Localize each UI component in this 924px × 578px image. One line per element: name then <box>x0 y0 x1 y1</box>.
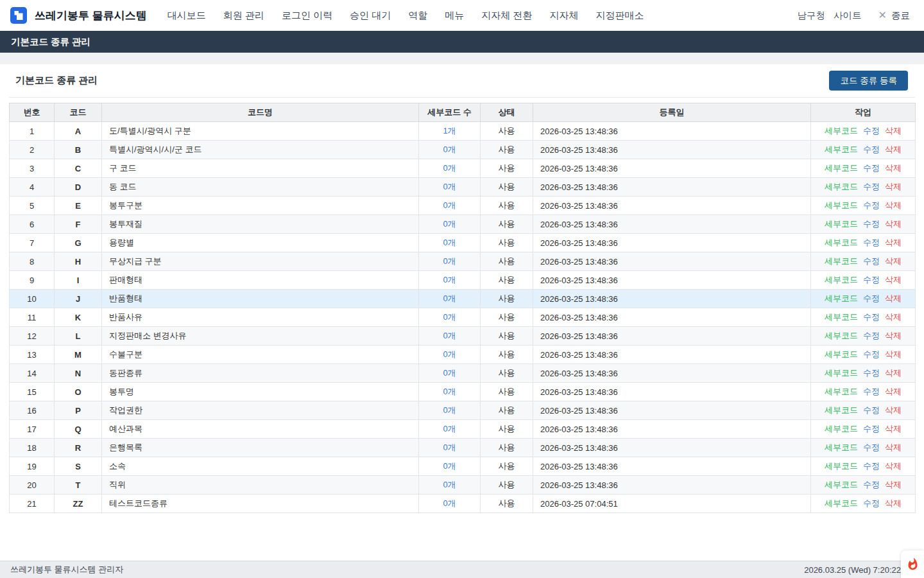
delete-link[interactable]: 삭제 <box>885 498 902 508</box>
edit-link[interactable]: 수정 <box>863 312 880 322</box>
exit-button[interactable]: ✕ 종료 <box>878 10 910 22</box>
detail-code-link[interactable]: 세부코드 <box>825 349 858 359</box>
edit-link[interactable]: 수정 <box>863 275 880 285</box>
site-link[interactable]: 사이트 <box>834 10 862 22</box>
delete-link[interactable]: 삭제 <box>885 144 902 154</box>
edit-link[interactable]: 수정 <box>863 293 880 303</box>
detail-code-link[interactable]: 세부코드 <box>825 387 858 396</box>
detail-count-link[interactable]: 0개 <box>443 163 456 173</box>
delete-link[interactable]: 삭제 <box>885 405 902 415</box>
delete-link[interactable]: 삭제 <box>885 163 902 173</box>
edit-link[interactable]: 수정 <box>863 368 880 378</box>
detail-code-link[interactable]: 세부코드 <box>825 256 858 266</box>
detail-count-link[interactable]: 0개 <box>443 424 456 434</box>
delete-link[interactable]: 삭제 <box>885 349 902 359</box>
cell-actions: 세부코드수정삭제 <box>811 495 916 513</box>
edit-link[interactable]: 수정 <box>863 480 880 489</box>
nav-item-0[interactable]: 대시보드 <box>167 10 206 22</box>
detail-code-link[interactable]: 세부코드 <box>825 238 858 247</box>
detail-count-link[interactable]: 0개 <box>443 461 456 471</box>
nav-item-2[interactable]: 로그인 이력 <box>282 10 332 22</box>
nav-item-1[interactable]: 회원 관리 <box>223 10 264 22</box>
detail-count-link[interactable]: 0개 <box>443 256 456 266</box>
delete-link[interactable]: 삭제 <box>885 275 902 285</box>
nav-item-4[interactable]: 역할 <box>408 10 427 22</box>
detail-code-link[interactable]: 세부코드 <box>825 126 858 136</box>
admin-label: 쓰레기봉투 물류시스템 관리자 <box>10 564 123 575</box>
delete-link[interactable]: 삭제 <box>885 293 902 303</box>
nav-item-7[interactable]: 지자체 <box>549 10 578 22</box>
edit-link[interactable]: 수정 <box>863 182 880 191</box>
delete-link[interactable]: 삭제 <box>885 442 902 452</box>
nav-item-6[interactable]: 지자체 전환 <box>481 10 532 22</box>
edit-link[interactable]: 수정 <box>863 331 880 340</box>
detail-count-link[interactable]: 0개 <box>443 405 456 415</box>
delete-link[interactable]: 삭제 <box>885 238 902 247</box>
edit-link[interactable]: 수정 <box>863 200 880 210</box>
detail-count-link[interactable]: 0개 <box>443 275 456 285</box>
detail-count-link[interactable]: 0개 <box>443 293 456 303</box>
delete-link[interactable]: 삭제 <box>885 219 902 229</box>
detail-code-link[interactable]: 세부코드 <box>825 424 858 434</box>
detail-count-link[interactable]: 0개 <box>443 182 456 191</box>
detail-count-link[interactable]: 0개 <box>443 200 456 210</box>
detail-count-link[interactable]: 0개 <box>443 368 456 378</box>
delete-link[interactable]: 삭제 <box>885 200 902 210</box>
detail-code-link[interactable]: 세부코드 <box>825 275 858 285</box>
edit-link[interactable]: 수정 <box>863 349 880 359</box>
detail-count-link[interactable]: 0개 <box>443 349 456 359</box>
detail-count-link[interactable]: 0개 <box>443 442 456 452</box>
detail-count-link[interactable]: 0개 <box>443 144 456 154</box>
detail-code-link[interactable]: 세부코드 <box>825 293 858 303</box>
detail-code-link[interactable]: 세부코드 <box>825 498 858 508</box>
edit-link[interactable]: 수정 <box>863 144 880 154</box>
delete-link[interactable]: 삭제 <box>885 256 902 266</box>
detail-count-link[interactable]: 0개 <box>443 312 456 322</box>
edit-link[interactable]: 수정 <box>863 219 880 229</box>
detail-code-link[interactable]: 세부코드 <box>825 461 858 471</box>
detail-code-link[interactable]: 세부코드 <box>825 312 858 322</box>
detail-code-link[interactable]: 세부코드 <box>825 200 858 210</box>
delete-link[interactable]: 삭제 <box>885 312 902 322</box>
edit-link[interactable]: 수정 <box>863 163 880 173</box>
detail-code-link[interactable]: 세부코드 <box>825 219 858 229</box>
detail-code-link[interactable]: 세부코드 <box>825 163 858 173</box>
edit-link[interactable]: 수정 <box>863 256 880 266</box>
register-code-type-button[interactable]: 코드 종류 등록 <box>829 71 908 91</box>
delete-link[interactable]: 삭제 <box>885 331 902 340</box>
delete-link[interactable]: 삭제 <box>885 461 902 471</box>
nav-item-3[interactable]: 승인 대기 <box>350 10 391 22</box>
detail-count-link[interactable]: 0개 <box>443 331 456 340</box>
delete-link[interactable]: 삭제 <box>885 368 902 378</box>
detail-count-link[interactable]: 0개 <box>443 387 456 396</box>
delete-link[interactable]: 삭제 <box>885 424 902 434</box>
edit-link[interactable]: 수정 <box>863 126 880 136</box>
detail-code-link[interactable]: 세부코드 <box>825 144 858 154</box>
edit-link[interactable]: 수정 <box>863 461 880 471</box>
cell-no: 8 <box>10 252 55 271</box>
delete-link[interactable]: 삭제 <box>885 480 902 489</box>
detail-count-link[interactable]: 0개 <box>443 238 456 247</box>
delete-link[interactable]: 삭제 <box>885 182 902 191</box>
debug-toolbar-toggle[interactable] <box>901 550 924 578</box>
detail-count-link[interactable]: 0개 <box>443 219 456 229</box>
delete-link[interactable]: 삭제 <box>885 126 902 136</box>
nav-item-5[interactable]: 메뉴 <box>445 10 464 22</box>
edit-link[interactable]: 수정 <box>863 387 880 396</box>
nav-item-8[interactable]: 지정판매소 <box>595 10 644 22</box>
edit-link[interactable]: 수정 <box>863 424 880 434</box>
detail-code-link[interactable]: 세부코드 <box>825 480 858 489</box>
detail-code-link[interactable]: 세부코드 <box>825 405 858 415</box>
delete-link[interactable]: 삭제 <box>885 387 902 396</box>
detail-code-link[interactable]: 세부코드 <box>825 182 858 191</box>
edit-link[interactable]: 수정 <box>863 405 880 415</box>
edit-link[interactable]: 수정 <box>863 498 880 508</box>
detail-count-link[interactable]: 1개 <box>443 126 456 136</box>
edit-link[interactable]: 수정 <box>863 442 880 452</box>
detail-count-link[interactable]: 0개 <box>443 480 456 489</box>
detail-code-link[interactable]: 세부코드 <box>825 331 858 340</box>
detail-count-link[interactable]: 0개 <box>443 498 456 508</box>
detail-code-link[interactable]: 세부코드 <box>825 368 858 378</box>
detail-code-link[interactable]: 세부코드 <box>825 442 858 452</box>
edit-link[interactable]: 수정 <box>863 238 880 247</box>
